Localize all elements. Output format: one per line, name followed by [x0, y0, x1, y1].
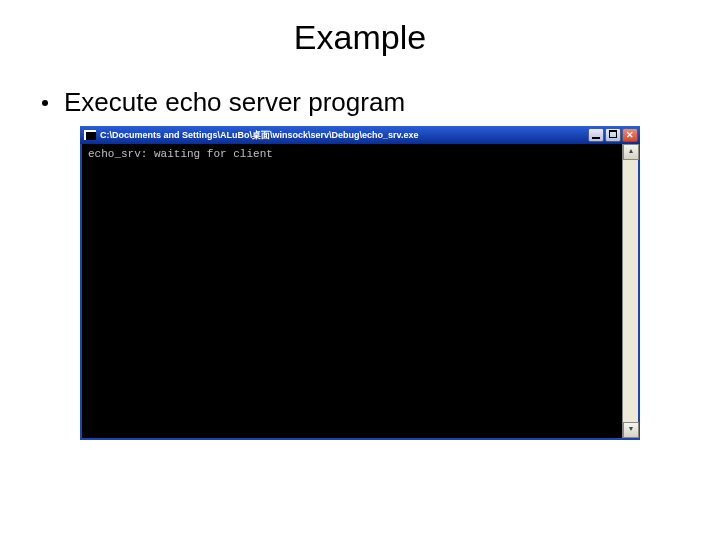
close-icon: ✕	[623, 129, 637, 141]
minimize-button[interactable]	[588, 128, 604, 142]
scroll-down-button[interactable]: ▾	[623, 422, 639, 438]
window-controls: ✕	[588, 128, 638, 142]
window-title-text: C:\Documents and Settings\ALuBo\桌面\winso…	[100, 129, 588, 142]
window-title-bar[interactable]: C:\Documents and Settings\ALuBo\桌面\winso…	[80, 126, 640, 144]
maximize-button[interactable]	[605, 128, 621, 142]
command-prompt-window: C:\Documents and Settings\ALuBo\桌面\winso…	[80, 126, 640, 440]
vertical-scrollbar[interactable]: ▴ ▾	[622, 144, 638, 438]
console-output: echo_srv: waiting for client	[82, 144, 622, 438]
window-client-area: echo_srv: waiting for client ▴ ▾	[80, 144, 640, 440]
maximize-icon	[609, 130, 617, 138]
scroll-up-button[interactable]: ▴	[623, 144, 639, 160]
bullet-item: Execute echo server program	[36, 87, 684, 118]
bullet-dot-icon	[42, 100, 48, 106]
minimize-icon	[592, 137, 600, 139]
close-button[interactable]: ✕	[622, 128, 638, 142]
page-title: Example	[36, 18, 684, 57]
cmd-icon	[84, 130, 96, 140]
slide: Example Execute echo server program C:\D…	[0, 0, 720, 440]
bullet-text: Execute echo server program	[64, 87, 405, 118]
